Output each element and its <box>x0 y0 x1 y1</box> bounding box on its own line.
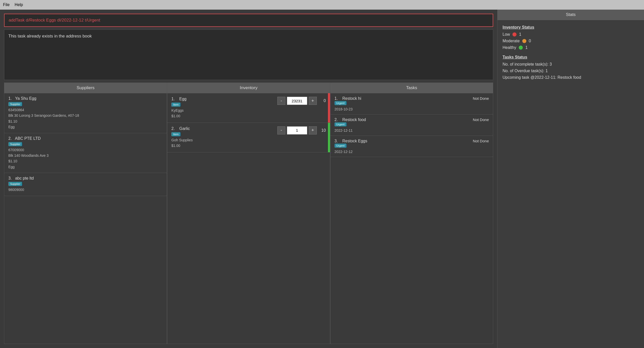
quantity-input[interactable] <box>287 126 307 134</box>
task-name: 3. Restock Eggs <box>335 139 367 143</box>
stats-moderate-row: Moderate 0 <box>503 39 639 43</box>
supplier-phone: 67009000 <box>8 147 163 153</box>
supplier-phone: 98009000 <box>8 187 163 192</box>
decrement-button[interactable]: - <box>277 126 285 134</box>
inventory-price: $1.00 <box>171 113 277 119</box>
task-date: 2018-10-23 <box>335 107 489 111</box>
inventory-item-left: 1. Egg Item KyEggs $1.00 <box>171 97 277 119</box>
healthy-dot <box>519 46 523 50</box>
inventory-item-left: 2. Garlic Item Goh Supplies $1.00 <box>171 126 277 149</box>
task-header: 2. Restock food Not Done <box>335 118 489 122</box>
task-date: 2022-12-12 <box>335 150 489 154</box>
moderate-count: 0 <box>529 39 531 43</box>
supplier-name: 2. ABC PTE LTD <box>8 136 163 141</box>
list-item: 1. Restock hi Not Done Urgent 2018-10-23 <box>330 93 493 114</box>
status-bar-green <box>328 123 330 152</box>
inventory-item-name: 2. Garlic <box>171 126 277 131</box>
inventory-supplier: Goh Supplies <box>171 137 277 143</box>
task-header: 1. Restock hi Not Done <box>335 96 489 101</box>
upcoming-task-row: Upcoming task @2022-12-11: Restock food <box>503 75 639 80</box>
list-item: 3. Restock Eggs Not Done Urgent 2022-12-… <box>330 136 493 157</box>
task-status: Not Done <box>473 139 489 143</box>
supplier-badge: Supplier <box>8 142 22 146</box>
list-item: 1. Egg Item KyEggs $1.00 - + <box>167 93 330 123</box>
threshold-display: 10 <box>318 128 326 133</box>
increment-button[interactable]: + <box>309 97 317 105</box>
output-box: This task already exists in the address … <box>4 29 493 80</box>
low-count: 1 <box>519 32 521 37</box>
stats-panel: Stats Inventory Status Low 1 Moderate 0 … <box>497 10 644 348</box>
task-badge: Urgent <box>335 122 346 126</box>
inventory-badge: Item <box>171 103 180 107</box>
supplier-address: Blk 30 Lorong 3 Serangoon Gardens, #07-1… <box>8 113 163 118</box>
supplier-price: $1.10 <box>8 158 163 164</box>
supplier-tag: Egg <box>8 164 163 170</box>
tasks-status-section: Tasks Status No. of incomplete task(s): … <box>503 55 639 80</box>
menu-bar: File Help <box>0 0 644 10</box>
list-item: 2. ABC PTE LTD Supplier 67009000 Blk 140… <box>4 133 167 173</box>
inventory-price: $1.00 <box>171 143 277 148</box>
low-label: Low <box>503 32 510 37</box>
bottom-row: Suppliers 1. Ya Shu Egg Supplier 6345086… <box>4 83 493 344</box>
inventory-panel: Inventory 1. Egg Item KyEggs <box>167 83 330 344</box>
task-date: 2022-12-11 <box>335 128 489 132</box>
suppliers-list: 1. Ya Shu Egg Supplier 63450864 Blk 30 L… <box>4 93 167 344</box>
task-header: 3. Restock Eggs Not Done <box>335 139 489 143</box>
tasks-status-title: Tasks Status <box>503 55 639 60</box>
supplier-price: $1.10 <box>8 119 163 124</box>
low-dot <box>512 32 516 36</box>
supplier-phone: 63450864 <box>8 107 163 113</box>
supplier-name: 3. abc pte ltd <box>8 176 163 181</box>
suppliers-header: Suppliers <box>4 83 167 93</box>
tasks-list: 1. Restock hi Not Done Urgent 2018-10-23 <box>330 93 493 344</box>
list-item: 2. Garlic Item Goh Supplies $1.00 - + <box>167 123 330 152</box>
incomplete-tasks-row: No. of incomplete task(s): 3 <box>503 62 639 67</box>
inventory-list: 1. Egg Item KyEggs $1.00 - + <box>167 93 330 344</box>
threshold-display: 0 <box>318 99 326 103</box>
inventory-item-name: 1. Egg <box>171 97 277 101</box>
inventory-supplier: KyEggs <box>171 108 277 113</box>
list-item: 3. abc pte ltd Supplier 98009000 <box>4 173 167 196</box>
moderate-label: Moderate <box>503 39 520 43</box>
supplier-badge: Supplier <box>8 182 22 186</box>
menu-file[interactable]: File <box>3 3 10 7</box>
supplier-address: Blk 140 Woodlands Ave 3 <box>8 153 163 158</box>
increment-button[interactable]: + <box>309 126 317 134</box>
task-name: 2. Restock food <box>335 118 366 122</box>
stats-content: Inventory Status Low 1 Moderate 0 Health… <box>497 20 644 348</box>
moderate-dot <box>522 39 526 43</box>
supplier-badge: Supplier <box>8 102 22 106</box>
inventory-header: Inventory <box>167 83 330 93</box>
task-name: 1. Restock hi <box>335 96 361 101</box>
tasks-header: Tasks <box>330 83 493 93</box>
list-item: 2. Restock food Not Done Urgent 2022-12-… <box>330 114 493 136</box>
stats-healthy-row: Healthy 1 <box>503 45 639 50</box>
inventory-status-title: Inventory Status <box>503 25 639 30</box>
tasks-panel: Tasks 1. Restock hi Not Done <box>330 83 493 344</box>
suppliers-panel: Suppliers 1. Ya Shu Egg Supplier 6345086… <box>4 83 167 344</box>
main-layout: This task already exists in the address … <box>0 10 644 348</box>
stats-title: Stats <box>497 10 644 20</box>
list-item: 1. Ya Shu Egg Supplier 63450864 Blk 30 L… <box>4 93 167 133</box>
status-bar-red <box>328 93 330 123</box>
task-status: Not Done <box>473 96 489 101</box>
task-status: Not Done <box>473 118 489 122</box>
task-badge: Urgent <box>335 144 346 148</box>
inventory-controls: - + 10 <box>277 126 326 134</box>
supplier-tag: Egg <box>8 124 163 130</box>
menu-help[interactable]: Help <box>15 3 23 7</box>
left-panel: This task already exists in the address … <box>0 10 497 348</box>
healthy-label: Healthy <box>503 45 516 50</box>
task-badge: Urgent <box>335 101 346 105</box>
output-message: This task already exists in the address … <box>8 34 92 38</box>
inventory-controls: - + 0 <box>277 97 326 105</box>
decrement-button[interactable]: - <box>277 97 285 105</box>
stats-low-row: Low 1 <box>503 32 639 37</box>
supplier-name: 1. Ya Shu Egg <box>8 96 163 101</box>
healthy-count: 1 <box>525 45 528 50</box>
inventory-badge: Item <box>171 132 180 136</box>
overdue-tasks-row: No. of Overdue task(s): 1 <box>503 69 639 73</box>
command-input[interactable] <box>4 14 493 27</box>
quantity-input[interactable] <box>287 97 307 105</box>
